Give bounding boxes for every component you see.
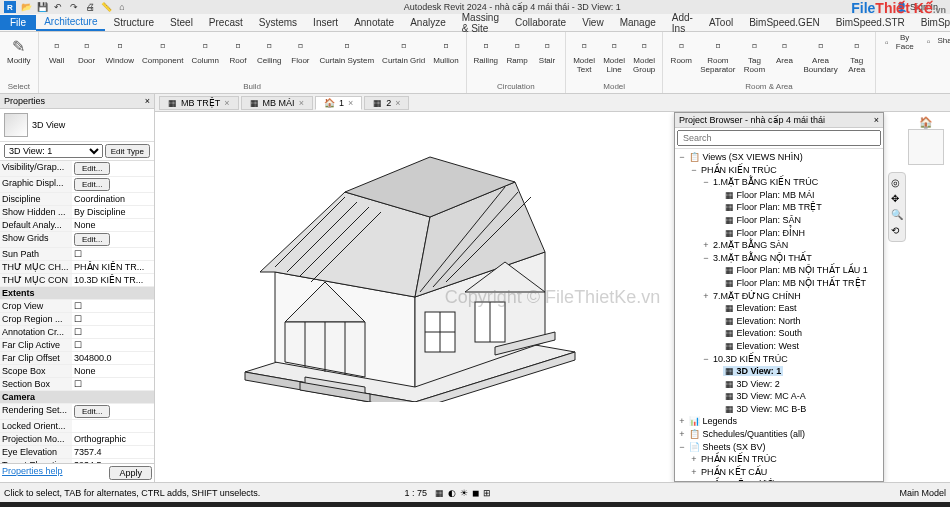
shadows-icon[interactable]: ◼ [472, 488, 479, 498]
tab-manage[interactable]: Manage [612, 15, 664, 30]
by-face-button[interactable]: ▫By Face [880, 34, 918, 52]
crop-icon[interactable]: ⊞ [483, 488, 491, 498]
detail-level-icon[interactable]: ▦ [435, 488, 444, 498]
zoom-icon[interactable]: 🔍 [891, 209, 903, 221]
view-scale[interactable]: 1 : 75 [404, 488, 427, 498]
tab-systems[interactable]: Systems [251, 15, 305, 30]
close-icon[interactable]: × [145, 96, 150, 106]
mullion-button[interactable]: ▫Mullion [430, 34, 461, 67]
tab-collaborate[interactable]: Collaborate [507, 15, 574, 30]
tree-node[interactable]: −PHẦN KIẾN TRÚC [677, 164, 881, 177]
expander-icon[interactable]: − [689, 164, 699, 177]
tab-atool[interactable]: ATool [701, 15, 741, 30]
tree-node[interactable]: ▦ Elevation: West [677, 340, 881, 353]
properties-help-link[interactable]: Properties help [2, 466, 63, 480]
curtain-grid-button[interactable]: ▫Curtain Grid [379, 34, 428, 67]
tab-analyze[interactable]: Analyze [402, 15, 454, 30]
modify-button[interactable]: ✎ Modify [4, 34, 34, 67]
tree-node[interactable]: −3.MẶT BẰNG NỘI THẤT [677, 252, 881, 265]
viewcube[interactable] [908, 129, 944, 165]
tab-steel[interactable]: Steel [162, 15, 201, 30]
home-icon[interactable]: ⌂ [116, 1, 128, 13]
door-button[interactable]: ▫Door [73, 34, 101, 67]
ramp-button[interactable]: ▫Ramp [503, 34, 531, 67]
tab-view[interactable]: View [574, 15, 612, 30]
room-separator-button[interactable]: ▫Room Separator [697, 34, 738, 76]
tab-structure[interactable]: Structure [105, 15, 162, 30]
expander-icon[interactable]: − [701, 353, 711, 366]
tree-node[interactable]: +📋 Schedules/Quantities (all) [677, 428, 881, 441]
railing-button[interactable]: ▫Railing [471, 34, 501, 67]
curtain-system-button[interactable]: ▫Curtain System [316, 34, 377, 67]
model-text-button[interactable]: ▫Model Text [570, 34, 598, 76]
file-tab[interactable]: File [0, 15, 36, 30]
edit-button[interactable]: Edit... [74, 162, 110, 175]
expander-icon[interactable]: + [689, 453, 699, 466]
tree-node[interactable]: ▦ Floor Plan: MB NỘI THẤT LẦU 1 [677, 264, 881, 277]
pan-icon[interactable]: ✥ [891, 193, 903, 205]
expander-icon[interactable]: − [701, 176, 711, 189]
visual-style-icon[interactable]: ◐ [448, 488, 456, 498]
expander-icon[interactable]: + [701, 239, 711, 252]
save-icon[interactable]: 💾 [36, 1, 48, 13]
close-tab-icon[interactable]: × [395, 98, 400, 108]
tab-insert[interactable]: Insert [305, 15, 346, 30]
column-button[interactable]: ▫Column [188, 34, 222, 67]
expander-icon[interactable]: + [677, 415, 687, 428]
tree-node[interactable]: ▦ 3D View: MC A-A [677, 390, 881, 403]
tree-node[interactable]: ▦ 3D View: 1 [677, 365, 881, 378]
tree-node[interactable]: ▦ Floor Plan: MB TRỆT [677, 201, 881, 214]
model-group-button[interactable]: ▫Model Group [630, 34, 658, 76]
close-tab-icon[interactable]: × [348, 98, 353, 108]
tree-node[interactable]: −1.MẶT BẰNG KIẾN TRÚC [677, 176, 881, 189]
tree-node[interactable]: ▦ Elevation: South [677, 327, 881, 340]
edit-button[interactable]: Edit... [74, 178, 110, 191]
tab-precast[interactable]: Precast [201, 15, 251, 30]
view-tab[interactable]: ▦MB MÁI× [241, 96, 313, 110]
expander-icon[interactable]: − [701, 252, 711, 265]
tag-area-button[interactable]: ▫Tag Area [843, 34, 871, 76]
worksharing-display[interactable]: Main Model [899, 488, 946, 498]
expander-icon[interactable]: − [677, 441, 687, 454]
tree-node[interactable]: +PHẦN KẾT CẤU [677, 466, 881, 479]
tree-node[interactable]: ▦ Floor Plan: MB MÁI [677, 189, 881, 202]
expander-icon[interactable]: − [677, 151, 687, 164]
edit-type-button[interactable]: Edit Type [105, 144, 150, 158]
tree-node[interactable]: −📄 Sheets (SX BV) [677, 441, 881, 454]
area-button[interactable]: ▫Area [770, 34, 798, 67]
tree-node[interactable]: +📊 Legends [677, 415, 881, 428]
expander-icon[interactable]: + [677, 428, 687, 441]
tree-node[interactable]: ▦ Elevation: East [677, 302, 881, 315]
tree-node[interactable]: ▦ 3D View: MC B-B [677, 403, 881, 416]
view-dropdown[interactable]: 3D View: 1 [4, 144, 103, 158]
close-tab-icon[interactable]: × [299, 98, 304, 108]
orbit-icon[interactable]: ⟲ [891, 225, 903, 237]
close-tab-icon[interactable]: × [224, 98, 229, 108]
home-view-icon[interactable]: 🏠 [906, 116, 946, 129]
sun-path-icon[interactable]: ☀ [460, 488, 468, 498]
view-tab[interactable]: ▦MB TRỆT× [159, 96, 239, 110]
tree-node[interactable]: ▦ Elevation: North [677, 315, 881, 328]
roof-button[interactable]: ▫Roof [224, 34, 252, 67]
stair-button[interactable]: ▫Stair [533, 34, 561, 67]
print-icon[interactable]: 🖨 [84, 1, 96, 13]
close-icon[interactable]: × [874, 115, 879, 125]
model-line-button[interactable]: ▫Model Line [600, 34, 628, 76]
floor-button[interactable]: ▫Floor [286, 34, 314, 67]
shaft-button[interactable]: ▫Shaft [919, 34, 950, 48]
tree-node[interactable]: ▦ Floor Plan: SÂN [677, 214, 881, 227]
window-button[interactable]: ▫Window [103, 34, 137, 67]
tree-node[interactable]: ▦ Floor Plan: MB NỘI THẤT TRỆT [677, 277, 881, 290]
tree-node[interactable]: −10.3D KIẾN TRÚC [677, 353, 881, 366]
undo-icon[interactable]: ↶ [52, 1, 64, 13]
expander-icon[interactable]: + [689, 478, 699, 481]
tree-node[interactable]: +7.MẶT ĐỨNG CHÍNH [677, 290, 881, 303]
tab-bimspeed-gen[interactable]: BimSpeed.GEN [741, 15, 828, 30]
apply-button[interactable]: Apply [109, 466, 152, 480]
tree-node[interactable]: +PHẦN KIẾN TRÚC [677, 453, 881, 466]
tree-node[interactable]: +2.MẶT BẰNG SÀN [677, 239, 881, 252]
redo-icon[interactable]: ↷ [68, 1, 80, 13]
tree-node[interactable]: ▦ Floor Plan: ĐỈNH [677, 227, 881, 240]
tab-bimspeed-mep[interactable]: BimSpeed.MEP [913, 15, 950, 30]
tag-room-button[interactable]: ▫Tag Room [740, 34, 768, 76]
